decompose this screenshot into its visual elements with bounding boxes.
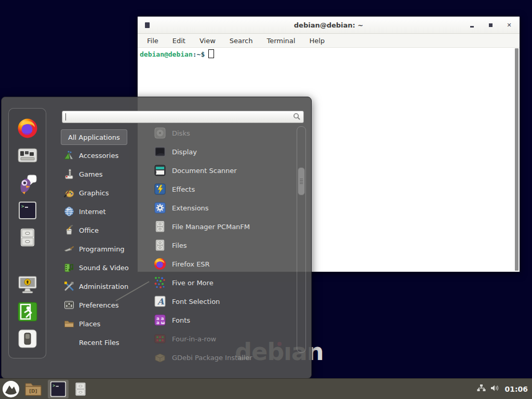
terminal-titlebar[interactable]: debian@debian: ~ ✕ xyxy=(138,17,520,34)
display-icon xyxy=(154,145,166,158)
menu-terminal[interactable]: Terminal xyxy=(267,37,295,45)
category-label: Administration xyxy=(79,283,128,290)
category-label: Recent Files xyxy=(79,339,119,347)
app-five-or-more[interactable]: Five or More xyxy=(150,273,293,292)
category-office[interactable]: Office xyxy=(60,221,148,240)
taskbar: [D] > xyxy=(0,378,532,399)
app-label: Four-in-a-row xyxy=(172,335,216,343)
app-label: File Manager PCManFM xyxy=(172,223,250,231)
app-document-scanner[interactable]: Document Scanner xyxy=(150,161,293,180)
file-manager-pcmanfm-icon xyxy=(154,220,166,233)
places-icon xyxy=(64,318,74,329)
category-recent-files[interactable]: Recent Files xyxy=(60,333,148,352)
category-label: Office xyxy=(79,227,99,234)
firefox-icon[interactable] xyxy=(17,118,38,141)
shutdown-icon[interactable] xyxy=(18,329,37,350)
scrollbar-grip xyxy=(300,179,303,184)
category-places[interactable]: Places xyxy=(60,314,148,333)
firefox-esr-icon xyxy=(154,258,166,270)
app-label: Document Scanner xyxy=(172,167,237,175)
terminal-cursor xyxy=(208,49,214,58)
app-effects[interactable]: Effects xyxy=(150,180,293,198)
clock[interactable]: 01:06 xyxy=(504,385,528,393)
app-files[interactable]: Files xyxy=(150,236,293,255)
minimize-icon[interactable] xyxy=(469,22,475,28)
internet-icon xyxy=(64,206,74,217)
volume-icon[interactable] xyxy=(490,384,500,394)
category-preferences[interactable]: Preferences xyxy=(60,296,148,314)
terminal-scrollbar[interactable] xyxy=(515,48,518,271)
category-label: Programming xyxy=(79,245,125,253)
app-label: Font Selection xyxy=(172,298,220,305)
svg-text:[D]: [D] xyxy=(29,389,37,394)
category-internet[interactable]: Internet xyxy=(60,202,148,221)
app-label: Firefox ESR xyxy=(172,260,210,268)
svg-text:>: > xyxy=(52,383,55,388)
svg-text:>: > xyxy=(21,204,24,209)
prompt-suffix: :~$ xyxy=(193,50,205,58)
favorites-column: > xyxy=(8,108,46,358)
file-manager-icon[interactable] xyxy=(18,228,37,249)
taskbar-launchers: [D] > xyxy=(0,379,92,399)
app-gdebi-package-installer[interactable]: GDebi Package Installer xyxy=(150,348,293,367)
file-manager-launcher[interactable]: [D] xyxy=(22,380,45,398)
menu-edit[interactable]: Edit xyxy=(172,37,185,45)
lock-screen-icon[interactable] xyxy=(17,275,38,297)
menu-search[interactable]: Search xyxy=(230,37,253,45)
maximize-icon[interactable] xyxy=(487,22,494,28)
debian-installer-icon[interactable] xyxy=(18,147,37,166)
app-disks[interactable]: Disks xyxy=(150,124,293,142)
menu-scrollbar-thumb[interactable] xyxy=(298,167,305,195)
category-programming[interactable]: Programming xyxy=(60,240,148,258)
files-icon xyxy=(154,239,166,251)
category-games[interactable]: Games xyxy=(60,165,148,183)
app-label: Effects xyxy=(172,185,195,193)
prompt-user-host: debian@debian xyxy=(140,50,193,58)
network-icon[interactable] xyxy=(477,384,486,394)
menu-button[interactable] xyxy=(0,380,22,398)
terminal-launcher[interactable]: > xyxy=(48,380,69,398)
terminal-title: debian@debian: ~ xyxy=(294,21,363,29)
graphics-icon xyxy=(64,188,74,198)
logout-icon[interactable] xyxy=(18,302,37,324)
app-label: Fonts xyxy=(172,316,190,324)
category-label: Sound & Video xyxy=(79,264,129,272)
font-selection-icon: A xyxy=(154,295,166,308)
category-administration[interactable]: Administration xyxy=(60,277,148,296)
app-extensions[interactable]: Extensions xyxy=(150,198,293,217)
close-icon[interactable]: ✕ xyxy=(506,22,512,28)
app-display[interactable]: Display xyxy=(150,142,293,161)
application-menu: > xyxy=(1,97,312,379)
games-icon xyxy=(64,169,74,179)
menu-scrollbar[interactable] xyxy=(297,126,306,353)
app-font-selection[interactable]: A Font Selection xyxy=(150,292,293,311)
svg-text:A: A xyxy=(157,297,164,307)
app-firefox-esr[interactable]: Firefox ESR xyxy=(150,255,293,273)
pidgin-icon[interactable] xyxy=(17,174,38,197)
category-accessories[interactable]: Accessories xyxy=(60,146,148,165)
gdebi-icon xyxy=(154,351,166,364)
app-fonts[interactable]: a a a ω Fonts xyxy=(150,311,293,329)
app-label: Display xyxy=(172,148,197,156)
app-label: Files xyxy=(172,242,187,249)
menu-help[interactable]: Help xyxy=(309,37,325,45)
category-label: Games xyxy=(79,170,102,178)
terminal-icon[interactable]: > xyxy=(18,201,37,222)
document-scanner-icon xyxy=(154,164,166,177)
shell-prompt: debian@debian:~$ xyxy=(140,49,214,58)
files-launcher[interactable] xyxy=(69,380,92,398)
menu-file[interactable]: File xyxy=(147,37,158,45)
app-four-in-a-row[interactable]: Four-in-a-row xyxy=(150,329,293,348)
category-all-applications[interactable]: All Applications xyxy=(61,129,127,145)
effects-icon xyxy=(154,183,166,195)
app-file-manager-pcmanfm[interactable]: File Manager PCManFM xyxy=(150,217,293,236)
category-graphics[interactable]: Graphics xyxy=(60,183,148,202)
programming-icon xyxy=(64,244,74,254)
app-label: Five or More xyxy=(172,279,214,287)
menu-view[interactable]: View xyxy=(200,37,216,45)
five-or-more-icon xyxy=(154,276,166,289)
sound-video-icon xyxy=(64,262,74,273)
category-list: All Applications Accessories xyxy=(60,129,148,352)
category-sound-video[interactable]: Sound & Video xyxy=(60,258,148,277)
search-input[interactable] xyxy=(62,111,304,123)
